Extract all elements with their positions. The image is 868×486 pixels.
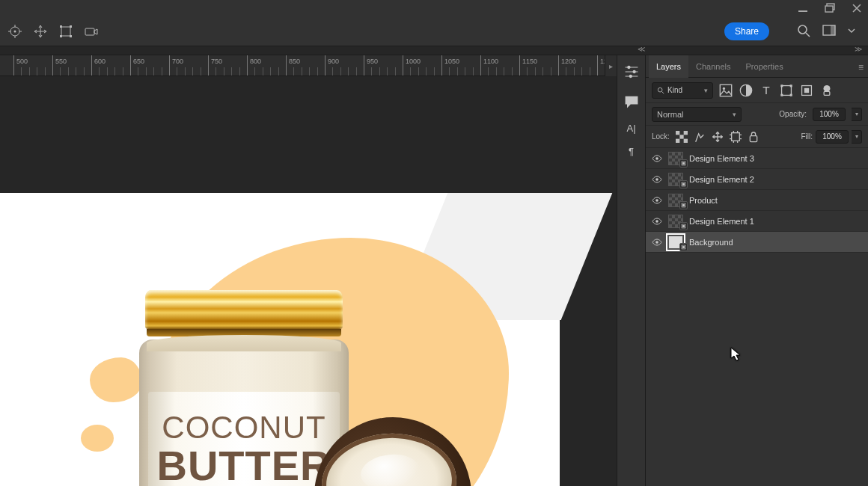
chevron-down-icon[interactable] — [847, 23, 856, 38]
layer-thumbnail[interactable] — [668, 236, 683, 249]
svg-point-14 — [627, 66, 630, 69]
panel-menu-icon[interactable]: ≡ — [858, 62, 864, 73]
layer-name[interactable]: Background — [689, 238, 862, 247]
pixel-filter-icon[interactable] — [719, 84, 733, 97]
camera-icon[interactable] — [84, 24, 99, 39]
lock-transparent-icon[interactable] — [676, 131, 688, 143]
paragraph-panel-icon[interactable]: ¶ — [629, 146, 634, 157]
svg-point-17 — [658, 87, 662, 92]
layer-name[interactable]: Design Element 1 — [689, 217, 862, 226]
smart-object-badge-icon — [679, 222, 688, 230]
svg-point-15 — [632, 70, 635, 73]
lock-position-icon[interactable] — [712, 131, 724, 143]
ruler-label: 1100 — [483, 58, 498, 65]
comment-icon[interactable] — [623, 93, 641, 111]
visibility-toggle[interactable] — [652, 174, 662, 185]
minimize-button[interactable] — [796, 1, 810, 15]
svg-rect-30 — [824, 91, 830, 95]
type-filter-icon[interactable]: T — [760, 84, 773, 97]
layer-thumbnail[interactable] — [668, 215, 683, 228]
svg-text:T: T — [762, 84, 770, 96]
ruler-label: 1050 — [444, 58, 459, 65]
transform-options — [7, 24, 99, 39]
panel-adjust-icon[interactable] — [623, 63, 641, 81]
ruler-label: 500 — [16, 58, 28, 65]
svg-rect-7 — [70, 25, 72, 28]
workspace-icon[interactable] — [822, 23, 837, 38]
svg-rect-9 — [70, 35, 72, 37]
layer-name[interactable]: Product — [689, 196, 862, 205]
mouse-cursor — [730, 347, 742, 365]
right-options — [796, 23, 856, 38]
close-button[interactable] — [850, 1, 864, 15]
visibility-toggle[interactable] — [652, 237, 662, 247]
ruler-label: 1200 — [561, 58, 576, 65]
layer-name[interactable]: Design Element 3 — [689, 154, 862, 163]
shape-filter-icon[interactable] — [780, 84, 793, 97]
svg-rect-25 — [780, 93, 783, 96]
filter-kind-dropdown[interactable]: Kind ▾ — [652, 82, 713, 99]
tab-layers[interactable]: Layers — [649, 55, 688, 78]
adjustment-filter-icon[interactable] — [739, 84, 753, 97]
character-panel-icon[interactable]: A| — [626, 123, 635, 134]
share-button[interactable]: Share — [724, 22, 769, 40]
search-icon[interactable] — [796, 23, 811, 38]
opacity-dropdown-icon[interactable]: ▾ — [852, 108, 862, 121]
fill-value[interactable]: 100% — [816, 130, 849, 144]
horizontal-ruler[interactable]: 5005506006507007508008509009501000105011… — [0, 55, 617, 76]
artboard-filter-icon[interactable] — [820, 84, 834, 97]
lock-row: Lock: Fill: 100% ▾ — [646, 126, 868, 148]
lock-image-icon[interactable] — [694, 131, 706, 143]
search-icon — [657, 87, 664, 94]
opacity-value[interactable]: 100% — [813, 108, 846, 121]
svg-point-4 — [14, 30, 16, 32]
layer-thumbnail[interactable] — [668, 194, 683, 207]
lock-all-icon[interactable] — [748, 131, 760, 143]
ruler-orientation-toggle[interactable]: ▸ — [605, 55, 617, 76]
ruler-label: 700 — [172, 58, 183, 65]
svg-rect-28 — [804, 87, 809, 92]
tab-channels[interactable]: Channels — [688, 55, 738, 78]
layer-name[interactable]: Design Element 2 — [689, 175, 862, 184]
canvas[interactable]: COCONUT BUTTER 100% — [0, 193, 560, 486]
label-line-2: BUTTER — [148, 441, 340, 486]
layer-thumbnail[interactable] — [668, 152, 683, 165]
svg-point-45 — [655, 199, 658, 202]
layer-row[interactable]: Design Element 1 — [646, 211, 868, 232]
blend-mode-dropdown[interactable]: Normal ▾ — [652, 107, 742, 122]
blend-mode-value: Normal — [657, 110, 683, 119]
svg-rect-53 — [682, 246, 685, 248]
tab-properties[interactable]: Properties — [739, 55, 791, 78]
visibility-toggle[interactable] — [652, 195, 662, 206]
collapsed-panel-strip: A|¶ — [617, 55, 645, 486]
svg-point-16 — [629, 75, 632, 78]
lock-artboard-icon[interactable] — [730, 131, 742, 143]
move-arrows-icon[interactable] — [33, 24, 48, 39]
ruler-label: 1150 — [522, 58, 537, 65]
collapse-panels-icon[interactable]: ≪ — [638, 45, 645, 53]
lock-label: Lock: — [652, 132, 670, 141]
visibility-toggle[interactable] — [652, 153, 662, 164]
layer-row[interactable]: Product — [646, 190, 868, 211]
ruler-label: 750 — [211, 58, 222, 65]
transform-origin-icon[interactable] — [7, 24, 22, 39]
expand-panels-icon[interactable]: ≫ — [855, 45, 862, 53]
layer-row[interactable]: Background — [646, 232, 868, 253]
restore-button[interactable] — [823, 1, 837, 15]
layer-row[interactable]: Design Element 2 — [646, 169, 868, 190]
canvas-viewport[interactable]: COCONUT BUTTER 100% — [0, 76, 617, 486]
layer-row[interactable]: Design Element 3 — [646, 148, 868, 169]
smartobject-filter-icon[interactable] — [800, 84, 813, 97]
ruler-label: 550 — [55, 58, 67, 65]
titlebar — [0, 0, 868, 16]
ruler-label: 600 — [94, 58, 106, 65]
svg-point-29 — [824, 84, 831, 91]
ruler-label: 650 — [133, 58, 144, 65]
svg-rect-32 — [676, 131, 679, 135]
layers-panel-group: LayersChannelsProperties≡ Kind ▾ T Norma… — [645, 55, 868, 486]
visibility-toggle[interactable] — [652, 216, 662, 227]
svg-rect-10 — [85, 28, 94, 35]
transform-controls-icon[interactable] — [58, 24, 73, 39]
fill-dropdown-icon[interactable]: ▾ — [852, 130, 862, 144]
layer-thumbnail[interactable] — [668, 173, 683, 186]
